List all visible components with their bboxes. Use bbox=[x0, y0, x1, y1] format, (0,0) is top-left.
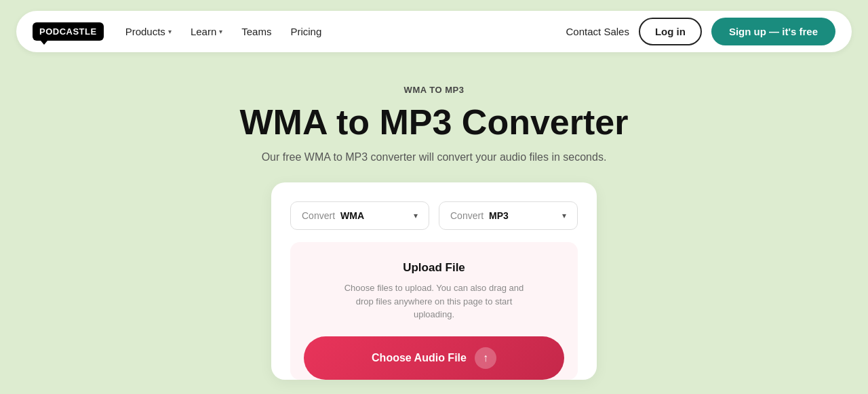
choose-file-label: Choose Audio File bbox=[372, 352, 467, 364]
to-format-dropdown[interactable]: Convert MP3 ▾ bbox=[439, 201, 578, 230]
upload-description: Choose files to upload. You can also dra… bbox=[339, 281, 529, 321]
logo: PODCASTLE bbox=[33, 22, 104, 41]
navbar: PODCASTLE Products ▾ Learn ▾ Teams Prici… bbox=[16, 11, 852, 52]
converter-card: Convert WMA ▾ Convert MP3 ▾ Upload File … bbox=[271, 182, 597, 380]
from-format-dropdown[interactable]: Convert WMA ▾ bbox=[290, 201, 429, 230]
signup-button[interactable]: Sign up — it's free bbox=[711, 18, 835, 45]
nav-links: Products ▾ Learn ▾ Teams Pricing bbox=[125, 26, 322, 37]
chevron-down-icon: ▾ bbox=[219, 28, 222, 35]
login-button[interactable]: Log in bbox=[639, 18, 702, 45]
nav-pricing[interactable]: Pricing bbox=[290, 26, 321, 37]
choose-audio-file-button[interactable]: Choose Audio File ↑ bbox=[304, 336, 564, 380]
hero-label: WMA TO MP3 bbox=[14, 85, 854, 95]
upload-icon: ↑ bbox=[475, 347, 496, 369]
chevron-down-icon: ▾ bbox=[414, 211, 418, 220]
chevron-down-icon: ▾ bbox=[562, 211, 566, 220]
nav-products[interactable]: Products ▾ bbox=[125, 26, 172, 37]
from-format-value: WMA bbox=[340, 210, 364, 221]
from-convert-label: Convert bbox=[302, 210, 335, 221]
hero-section: WMA TO MP3 WMA to MP3 Converter Our free… bbox=[0, 63, 868, 393]
nav-teams[interactable]: Teams bbox=[241, 26, 271, 37]
navbar-left: PODCASTLE Products ▾ Learn ▾ Teams Prici… bbox=[33, 22, 321, 41]
to-convert-label: Convert bbox=[450, 210, 484, 221]
chevron-down-icon: ▾ bbox=[168, 28, 172, 35]
upload-title: Upload File bbox=[304, 261, 564, 275]
hero-subtitle: Our free WMA to MP3 converter will conve… bbox=[14, 151, 854, 163]
upload-area: Upload File Choose files to upload. You … bbox=[290, 242, 578, 380]
nav-learn[interactable]: Learn ▾ bbox=[191, 26, 222, 37]
dropdowns-row: Convert WMA ▾ Convert MP3 ▾ bbox=[290, 201, 578, 230]
contact-sales-link[interactable]: Contact Sales bbox=[566, 26, 629, 37]
to-format-value: MP3 bbox=[489, 210, 509, 221]
navbar-right: Contact Sales Log in Sign up — it's free bbox=[566, 18, 835, 45]
hero-title: WMA to MP3 Converter bbox=[14, 103, 854, 142]
